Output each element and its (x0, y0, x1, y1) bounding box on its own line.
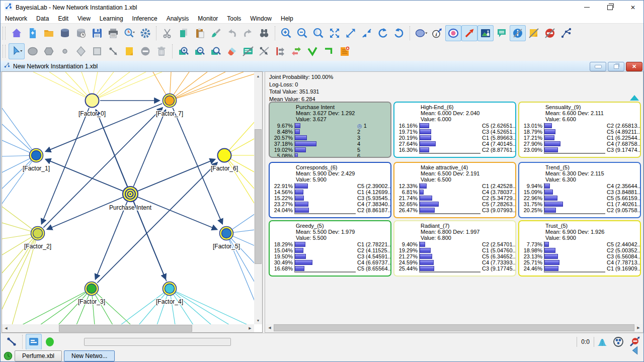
copy-icon[interactable] (176, 25, 192, 41)
menu-tools[interactable]: Tools (222, 15, 246, 22)
monitor-state-row[interactable]: 15.22%C3 (5.93545... (272, 195, 390, 201)
monitor-state-row[interactable]: 7.73%C5 (2.44042... (521, 241, 640, 247)
monitor-radiant[interactable]: Radiant_(7)Mean: 6.800 Dev: 1.997Value: … (393, 220, 516, 277)
menu-data[interactable]: Data (32, 15, 53, 22)
monitor-state-row[interactable]: 19.71%C3 (4.52651... (396, 129, 515, 135)
scroll-left-icon[interactable]: ◀ (266, 324, 274, 332)
monitor-state-row[interactable]: 19.29%C1 (5.04760... (396, 247, 515, 253)
menu-monitor[interactable]: Monitor (193, 15, 222, 22)
scroll-thumb[interactable] (59, 325, 192, 332)
node-factor-6[interactable] (218, 149, 231, 162)
node-factor-5[interactable] (220, 227, 233, 240)
monitor-state-row[interactable]: 27.90%C4 (7.68758... (521, 141, 640, 147)
tab-perfume[interactable]: Perfume.xbl (15, 350, 62, 361)
monitor-state-row[interactable]: 20.19%C1 (5.89663... (396, 135, 515, 141)
monitor-state-row[interactable]: 5.08%6 (272, 153, 390, 158)
menu-edit[interactable]: Edit (53, 15, 73, 22)
database-icon[interactable] (57, 25, 73, 41)
collapse-monitors-icon[interactable] (630, 95, 639, 101)
arc-purchase-intent-to-factor-3[interactable] (96, 202, 127, 280)
monitor-state-row[interactable]: 23.09%C3 (9.17474... (521, 147, 640, 153)
monitor-state-row[interactable]: 16.16%C5 (2.62651... (396, 123, 515, 129)
distribution-icon[interactable] (594, 334, 610, 350)
hide-arc-icon[interactable] (256, 43, 272, 59)
scroll-left-icon[interactable]: ◀ (2, 324, 10, 332)
monitor-state-row[interactable]: 26.47%C3 (9.07993... (396, 207, 515, 213)
monitor-state-row[interactable]: 25.44%C3 (9.17745... (396, 265, 515, 272)
save-icon[interactable] (89, 25, 105, 41)
monitor-state-row[interactable]: 22.96%C5 (5.66159... (521, 195, 640, 201)
orthogonal-arcs-icon[interactable] (320, 43, 337, 59)
arc-purchase-intent-to-factor-7[interactable] (133, 110, 166, 187)
ellipse-node-icon[interactable] (25, 43, 41, 59)
inner-close-icon[interactable]: ✕ (626, 62, 642, 71)
collapse-panel-icon[interactable] (627, 342, 643, 358)
database-history-icon[interactable] (73, 25, 89, 41)
node-info-arrow-icon[interactable]: i (429, 25, 445, 41)
monitor-state-row[interactable]: 6.81%C4 (3.78037... (396, 189, 515, 195)
menu-window[interactable]: Window (246, 15, 276, 22)
swap-arcs-icon[interactable] (288, 43, 304, 59)
monitor-state-row[interactable]: 15.04%C2 (4.11525... (272, 247, 390, 253)
monitor-state-row[interactable]: 21.74%C2 (5.34729... (396, 195, 515, 201)
monitor-trust[interactable]: Trust_(5)Mean: 6.900 Dev: 1.926Value: 6.… (518, 220, 641, 277)
monitor-state-row[interactable]: 24.04%C2 (8.86187... (272, 207, 390, 213)
graph-horizontal-scrollbar[interactable]: ◀ ▶ (2, 324, 254, 332)
home-icon[interactable] (9, 25, 25, 41)
graph-vertical-scrollbar[interactable]: ▲ ▼ (254, 72, 262, 324)
menu-inference[interactable]: Inference (128, 15, 162, 22)
arc-purchase-intent-to-factor-6[interactable] (138, 159, 215, 191)
open-folder-icon[interactable] (41, 25, 57, 41)
scroll-up-icon[interactable]: ▲ (254, 72, 262, 80)
monitor-high-end[interactable]: High-End_(6)Mean: 6.000 Dev: 2.040Value:… (393, 102, 516, 158)
monitor-state-row[interactable]: 18.79%C5 (4.89211... (521, 129, 640, 135)
network-graph[interactable]: [Factor_0][Factor_7][Factor_1][Factor_6]… (2, 72, 255, 324)
monitor-state-row[interactable]: 13.01%C2 (2.65813... (521, 123, 640, 129)
monitor-greedy[interactable]: Greedy_(5)Mean: 5.500 Dev: 1.979Value: 5… (269, 220, 391, 277)
scroll-down-icon[interactable]: ▼ (254, 316, 262, 324)
rectangle-node-icon[interactable] (89, 43, 105, 59)
monitor-state-row[interactable]: 31.75%C1 (7.40261... (521, 201, 640, 207)
monitor-state-row[interactable]: 22.91%C5 (2.39002... (272, 183, 390, 189)
cut-icon[interactable] (159, 25, 176, 41)
auto-layout-icon[interactable] (558, 25, 574, 41)
forbid-arc-icon[interactable] (137, 43, 153, 59)
hide-monitor-icon[interactable] (240, 43, 256, 59)
menu-network[interactable]: Network (1, 15, 32, 22)
inner-minimize-icon[interactable] (590, 62, 606, 71)
monitor-state-row[interactable]: 21.27%C5 (6.34652... (396, 253, 515, 259)
chart-mode-icon[interactable] (477, 25, 494, 41)
toolbar-grip[interactable] (3, 27, 6, 40)
menu-learning[interactable]: Learning (95, 15, 128, 22)
redo-icon[interactable] (240, 25, 256, 41)
node-factor-3[interactable] (85, 282, 99, 296)
monitor-state-row[interactable]: 27.64%C4 (7.40145... (396, 141, 515, 147)
monitor-state-row[interactable]: 18.98%C2 (5.00352... (521, 247, 640, 253)
node-factor-7[interactable] (163, 94, 177, 108)
note-icon[interactable] (121, 43, 137, 59)
node-factor-2[interactable] (31, 227, 45, 240)
scroll-thumb[interactable] (274, 324, 634, 331)
invert-arcs-icon[interactable] (272, 43, 288, 59)
shrink-view-icon[interactable] (359, 25, 375, 41)
monitor-state-row[interactable]: 32.65%C5 (7.28263... (396, 201, 515, 207)
undo-icon[interactable] (224, 25, 240, 41)
target-node-icon[interactable] (445, 25, 461, 41)
menu-help[interactable]: Help (276, 15, 298, 22)
diamond-node-icon[interactable] (73, 43, 89, 59)
hide-notes-icon[interactable] (526, 25, 542, 41)
validate-icon[interactable] (304, 43, 320, 59)
zoom-default-icon[interactable] (310, 25, 327, 41)
print-icon[interactable] (105, 25, 121, 41)
delete-icon[interactable] (153, 43, 170, 59)
scroll-thumb[interactable] (255, 129, 262, 264)
format-paint-icon[interactable] (208, 25, 224, 41)
expand-view-icon[interactable] (343, 25, 359, 41)
monitor-state-row[interactable]: 20.57%3 (272, 135, 390, 141)
monitor-state-row[interactable]: 19.50%C3 (4.54591... (272, 253, 390, 259)
print-preview-icon[interactable] (121, 25, 137, 41)
graph-panel[interactable]: [Factor_0][Factor_7][Factor_1][Factor_6]… (2, 71, 263, 333)
monitor-state-row[interactable]: 20.25%C2 (9.05758... (521, 207, 640, 213)
monitor-state-row[interactable]: 17.21%C1 (6.22544... (521, 135, 640, 141)
monitor-state-row[interactable]: 37.18%4 (272, 141, 390, 147)
